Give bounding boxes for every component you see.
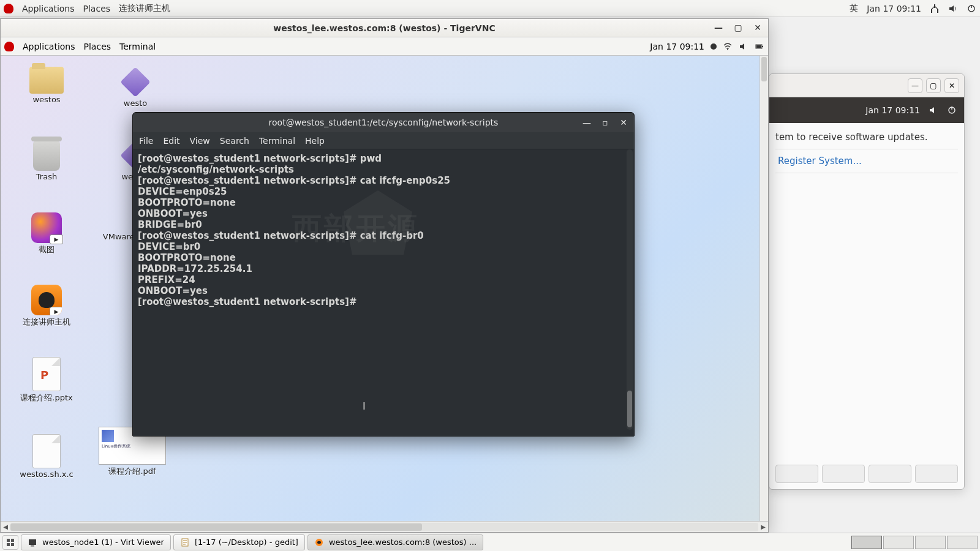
host-taskbar: westos_node1 (1) - Virt Viewer [1-17 (~/… — [0, 533, 980, 551]
host-top-panel: Applications Places 连接讲师主机 英 Jan 17 09:1… — [0, 0, 980, 17]
menu-help[interactable]: Help — [305, 136, 325, 146]
power-icon[interactable] — [947, 105, 957, 115]
desktop-icon-connect[interactable]: ▶ 连接讲师主机 — [13, 285, 80, 328]
icon-label: Trash — [36, 172, 57, 181]
reg-btn-3[interactable] — [869, 465, 911, 483]
host-cn-menu[interactable]: 连接讲师主机 — [119, 3, 170, 14]
workspace-pager[interactable] — [851, 536, 978, 549]
redhat-icon — [4, 42, 14, 51]
register-system-link[interactable]: Register System... — [775, 149, 958, 173]
desktop-icon-westos2[interactable]: westo — [102, 67, 169, 108]
ime-indicator[interactable]: 英 — [850, 3, 858, 14]
taskbar-label: [1-17 (~/Desktop) - gedit] — [195, 538, 298, 547]
svg-rect-10 — [756, 45, 761, 48]
terminal-menubar: File Edit View Search Terminal Help — [133, 132, 634, 149]
guest-desktop[interactable]: Applications Places Terminal Jan 17 09:1… — [1, 37, 768, 521]
battery-icon[interactable] — [755, 42, 764, 51]
power-icon[interactable] — [967, 4, 976, 13]
terminal-minimize-button[interactable]: — — [580, 116, 594, 129]
terminal-title: root@westos_student1:/etc/sysconfig/netw… — [269, 118, 499, 127]
workspace-2[interactable] — [883, 536, 914, 549]
wifi-icon[interactable] — [723, 42, 733, 51]
host-clock[interactable]: Jan 17 09:11 — [867, 4, 921, 13]
icon-label: 课程介绍.pdf — [108, 466, 156, 477]
terminal-titlebar[interactable]: root@westos_student1:/etc/sysconfig/netw… — [133, 113, 634, 132]
scroll-right-icon[interactable]: ▶ — [758, 522, 768, 532]
svg-rect-12 — [7, 539, 10, 542]
vnc-minimize-button[interactable]: — — [712, 21, 725, 34]
inner-clock: Jan 17 09:11 — [865, 105, 920, 115]
tigervnc-icon — [314, 538, 324, 547]
menu-terminal[interactable]: Terminal — [259, 136, 295, 146]
terminal-close-button[interactable]: ✕ — [617, 116, 630, 129]
menu-view[interactable]: View — [190, 136, 210, 146]
vnc-horizontal-scrollbar[interactable]: ◀ ▶ — [1, 521, 768, 532]
reg-btn-2[interactable] — [822, 465, 865, 483]
host-places-menu[interactable]: Places — [83, 4, 111, 13]
virtviewer-icon — [28, 538, 37, 547]
screenshot-app-icon: ▶ — [31, 212, 62, 243]
terminal-scrollbar[interactable] — [627, 149, 633, 430]
workspace-1[interactable] — [851, 536, 882, 549]
guest-clock[interactable]: Jan 17 09:11 — [650, 42, 704, 51]
scroll-left-icon[interactable]: ◀ — [1, 522, 10, 532]
pptx-file-icon — [32, 357, 61, 391]
vnc-close-button[interactable]: ✕ — [751, 21, 764, 34]
terminal-body[interactable]: [root@westos_student1 network-scripts]# … — [133, 149, 634, 436]
volume-icon[interactable] — [929, 105, 938, 115]
show-desktop-button[interactable] — [2, 535, 18, 550]
recording-indicator-icon — [710, 43, 717, 50]
svg-rect-14 — [7, 543, 10, 546]
registration-window: — ▢ ✕ Jan 17 09:11 tem to receive softwa… — [769, 73, 965, 490]
network-icon[interactable] — [930, 4, 940, 13]
vnc-window: westos_lee.westos.com:8 (westos) - Tiger… — [0, 18, 769, 533]
taskbar-item-gedit[interactable]: [1-17 (~/Desktop) - gedit] — [173, 534, 305, 550]
icon-label: westos.sh.x.c — [20, 470, 73, 479]
vnc-maximize-button[interactable]: ▢ — [731, 21, 745, 34]
minimize-button[interactable]: — — [908, 78, 922, 93]
icon-label: 截图 — [39, 244, 55, 255]
tigervnc-app-icon: ▶ — [31, 285, 62, 315]
registration-titlebar[interactable]: — ▢ ✕ — [769, 74, 964, 97]
registration-inner-panel: Jan 17 09:11 — [769, 97, 964, 123]
svg-point-7 — [727, 49, 728, 50]
svg-rect-1 — [931, 9, 932, 13]
svg-point-20 — [317, 541, 321, 543]
desktop-icon-script[interactable]: westos.sh.x.c — [13, 434, 80, 479]
guest-vertical-scrollbar[interactable] — [760, 56, 768, 521]
taskbar-item-virtviewer[interactable]: westos_node1 (1) - Virt Viewer — [21, 534, 171, 550]
vnc-title: westos_lee.westos.com:8 (westos) - Tiger… — [273, 23, 495, 33]
reg-btn-4[interactable] — [915, 465, 958, 483]
desktop-icon-westos-folder[interactable]: westos — [13, 67, 80, 104]
menu-file[interactable]: File — [139, 136, 153, 146]
desktop-icon-pptx[interactable]: 课程介绍.pptx — [13, 357, 80, 403]
reg-btn-1[interactable] — [775, 465, 818, 483]
host-applications-menu[interactable]: Applications — [22, 4, 75, 13]
volume-icon[interactable] — [948, 4, 958, 13]
gedit-icon — [180, 538, 190, 547]
taskbar-item-tigervnc[interactable]: westos_lee.westos.com:8 (westos) ... — [307, 534, 483, 550]
guest-applications-menu[interactable]: Applications — [23, 42, 75, 51]
icon-label: westo — [124, 99, 147, 108]
desktop-icon-trash[interactable]: Trash — [13, 140, 80, 181]
guest-terminal-menu[interactable]: Terminal — [119, 42, 156, 51]
terminal-window: root@westos_student1:/etc/sysconfig/netw… — [132, 112, 635, 437]
gedit-file-icon — [120, 67, 150, 97]
desktop-icon-screenshot[interactable]: ▶ 截图 — [13, 212, 80, 255]
registration-bottom-buttons — [775, 465, 958, 483]
close-button[interactable]: ✕ — [944, 78, 959, 93]
svg-rect-17 — [31, 545, 34, 547]
menu-search[interactable]: Search — [220, 136, 249, 146]
svg-rect-6 — [951, 107, 952, 110]
guest-places-menu[interactable]: Places — [84, 42, 111, 51]
workspace-3[interactable] — [915, 536, 946, 549]
text-cursor-icon: I — [363, 400, 366, 412]
volume-icon[interactable] — [739, 42, 748, 51]
menu-edit[interactable]: Edit — [163, 136, 179, 146]
terminal-maximize-button[interactable]: ▫ — [598, 116, 612, 129]
workspace-4[interactable] — [947, 536, 978, 549]
vnc-titlebar[interactable]: westos_lee.westos.com:8 (westos) - Tiger… — [1, 19, 768, 37]
svg-rect-15 — [11, 543, 14, 546]
maximize-button[interactable]: ▢ — [926, 78, 941, 93]
svg-rect-16 — [29, 539, 36, 545]
